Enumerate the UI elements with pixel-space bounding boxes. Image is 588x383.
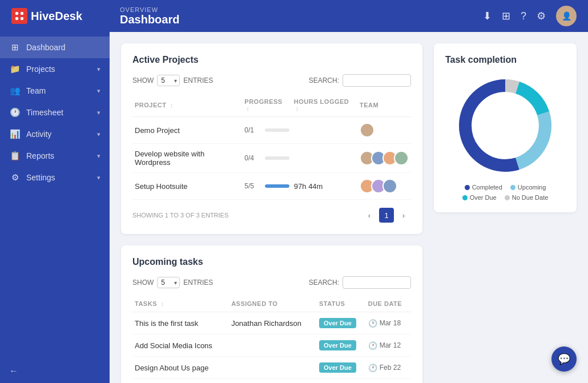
team-avatar (360, 123, 374, 138)
project-name: Demo Project (132, 117, 242, 144)
chevron-settings: ▾ (97, 174, 100, 182)
donut-chart (454, 74, 557, 177)
team-icon: 👥 (9, 86, 21, 96)
sidebar-bottom: ← (0, 359, 110, 383)
sidebar-item-activity[interactable]: 📊 Activity ▾ (0, 123, 110, 145)
search-label: SEARCH: (309, 76, 339, 84)
sidebar-item-settings[interactable]: ⚙ Settings ▾ (0, 167, 110, 188)
project-progress: 5/5 (242, 173, 292, 200)
header-actions: ⬇ ⊞ ? ⚙ 👤 (483, 6, 577, 26)
task-name: This is the first task (132, 312, 229, 334)
projects-search: SEARCH: (309, 74, 411, 87)
chat-button[interactable]: 💬 (551, 346, 577, 372)
settings-icon[interactable]: ⚙ (537, 10, 546, 22)
table-row: Demo Project 0/1 (132, 117, 411, 144)
col-status: STATUS (317, 296, 366, 312)
task-assigned (229, 334, 317, 357)
user-avatar[interactable]: 👤 (556, 6, 577, 26)
entries-select[interactable]: 51025 (157, 75, 180, 86)
legend-completed-label: Completed (472, 184, 502, 191)
projects-search-input[interactable] (343, 74, 411, 87)
chart-legend: Completed Upcoming Over Due No Due (445, 184, 565, 201)
logo-icon (11, 8, 27, 24)
table-row: Add Social Media Icons Over Due 🕐Mar 12 (132, 334, 411, 357)
project-hours: 97h 44m (292, 173, 357, 200)
team-avatar (394, 151, 409, 166)
svg-point-1 (21, 12, 23, 15)
project-team (357, 144, 411, 173)
tasks-entries-wrapper: 51025 (157, 277, 180, 288)
active-projects-title: Active Projects (132, 55, 411, 65)
clock-icon: 🕐 (9, 107, 21, 118)
project-team (357, 117, 411, 144)
settings-nav-icon: ⚙ (9, 172, 21, 183)
logo-text: HiveDesk (31, 10, 82, 23)
project-name: Develop website with Wordpress (132, 144, 242, 173)
status-badge: Over Due (319, 340, 356, 350)
legend-upcoming-label: Upcoming (518, 184, 546, 191)
tasks-entries-select[interactable]: 51025 (157, 277, 180, 288)
table-row: Setup Hootsuite 5/5 97h 44m (132, 173, 411, 200)
header-center: OVERVIEW Dashboard (120, 6, 483, 26)
sidebar-label-projects: Projects (26, 64, 55, 74)
download-icon[interactable]: ⬇ (483, 10, 492, 22)
clock-icon: 🕐 (368, 319, 377, 328)
col-hours: HOURS LOGGED ↕ (292, 94, 357, 117)
svg-point-0 (15, 12, 18, 15)
page-1-button[interactable]: 1 (379, 208, 394, 223)
svg-point-2 (15, 17, 18, 20)
upcoming-tasks-title: Upcoming tasks (132, 257, 411, 267)
tasks-show-entries: SHOW 51025 ENTRIES (132, 277, 213, 288)
status-badge: Over Due (319, 362, 356, 373)
task-duedate: 🕐Mar 18 (366, 312, 411, 334)
legend-upcoming: Upcoming (510, 184, 546, 191)
show-label: SHOW (132, 76, 154, 84)
task-completion-card: Task completion (434, 43, 577, 212)
header-title: Dashboard (120, 13, 483, 26)
next-page-button[interactable]: › (396, 208, 411, 223)
projects-show-entries: SHOW 51025 ENTRIES (132, 75, 213, 86)
prev-page-button[interactable]: ‹ (362, 208, 377, 223)
legend-nodue: No Due Date (505, 194, 549, 201)
completed-dot (465, 185, 470, 190)
table-row: This is the first task Jonathan Richards… (132, 312, 411, 334)
entries-wrapper: 51025 (157, 75, 180, 86)
project-hours (292, 144, 357, 173)
sidebar-item-timesheet[interactable]: 🕐 Timesheet ▾ (0, 102, 110, 123)
sidebar-item-dashboard[interactable]: ⊞ Dashboard (0, 37, 110, 58)
legend-overdue-label: Over Due (470, 194, 497, 201)
nodue-dot (505, 195, 510, 200)
sidebar-label-team: Team (26, 86, 46, 95)
hive-svg (14, 11, 25, 21)
tasks-table-controls: SHOW 51025 ENTRIES SEARCH: (132, 276, 411, 289)
header: HiveDesk OVERVIEW Dashboard ⬇ ⊞ ? ⚙ 👤 (0, 0, 588, 32)
tasks-search-label: SEARCH: (309, 279, 339, 287)
project-progress: 0/4 (242, 144, 292, 173)
legend-completed: Completed (465, 184, 502, 191)
sidebar: ⊞ Dashboard 📁 Projects ▾ 👥 Team ▾ 🕐 Time… (0, 32, 110, 383)
layout-icon[interactable]: ⊞ (502, 10, 510, 22)
task-completion-title: Task completion (445, 55, 565, 65)
tasks-search-input[interactable] (343, 276, 411, 289)
help-icon[interactable]: ? (521, 10, 526, 22)
legend-overdue: Over Due (462, 194, 497, 201)
chat-icon: 💬 (558, 353, 570, 365)
svg-point-3 (21, 17, 23, 20)
donut-chart-container: Completed Upcoming Over Due No Due (445, 74, 565, 201)
tasks-show-label: SHOW (132, 279, 154, 287)
sidebar-item-reports[interactable]: 📋 Reports ▾ (0, 145, 110, 167)
active-projects-card: Active Projects SHOW 51025 ENTRIES SEARC… (121, 43, 422, 234)
sidebar-item-team[interactable]: 👥 Team ▾ (0, 80, 110, 102)
sidebar-collapse-button[interactable]: ← (9, 366, 18, 376)
task-assigned: Jonathan Richardson (229, 312, 317, 334)
activity-icon: 📊 (9, 129, 21, 139)
main-right: Task completion (434, 43, 577, 372)
task-assigned (229, 357, 317, 379)
sidebar-item-projects[interactable]: 📁 Projects ▾ (0, 58, 110, 80)
team-avatar (382, 179, 397, 193)
col-project: PROJECT ↕ (132, 94, 242, 117)
upcoming-dot (510, 185, 515, 190)
sidebar-label-timesheet: Timesheet (26, 108, 63, 117)
task-status: Over Due (317, 312, 366, 334)
tasks-search: SEARCH: (309, 276, 411, 289)
